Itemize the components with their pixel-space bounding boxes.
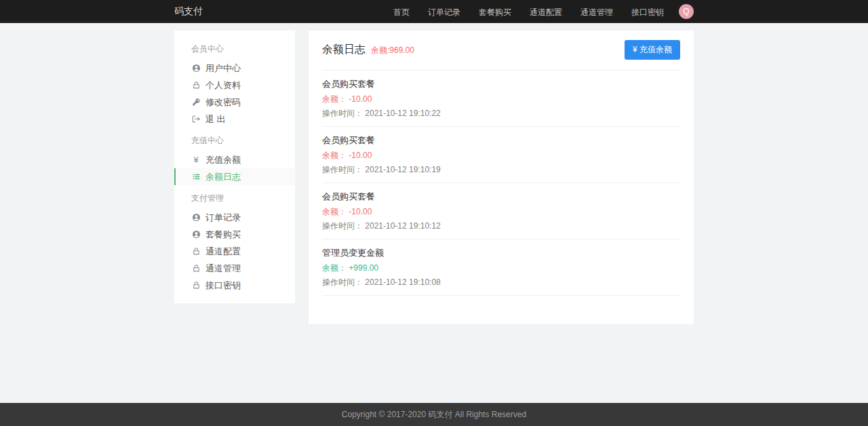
user-circle-icon	[191, 230, 201, 239]
sidebar-item-label: 个人资料	[205, 80, 241, 90]
recharge-balance-button[interactable]: ¥ 充值余额	[625, 40, 680, 60]
sidebar-item-label: 充值余额	[205, 155, 241, 165]
sidebar-item-balance-log[interactable]: 余额日志	[174, 168, 295, 185]
nav-item-package-purchase[interactable]: 套餐购买	[479, 7, 511, 17]
nav-item-channel-management[interactable]: 通道管理	[580, 7, 613, 17]
sidebar-item-change-password[interactable]: 修改密码	[174, 94, 295, 111]
sidebar: 会员中心用户中心个人资料修改密码退 出充值中心¥充值余额余额日志支付管理订单记录…	[174, 31, 295, 303]
sidebar-item-label: 用户中心	[205, 63, 241, 73]
sidebar-item-profile[interactable]: 个人资料	[174, 77, 295, 94]
navbar-inner: 码支付 首页订单记录套餐购买通道配置通道管理接口密钥 Q	[174, 4, 694, 19]
nav-links: 首页订单记录套餐购买通道配置通道管理接口密钥	[375, 5, 664, 18]
sidebar-item-label: 通道管理	[205, 263, 241, 273]
sidebar-section-title: 会员中心	[174, 36, 295, 60]
user-circle-icon	[191, 213, 201, 222]
main-header: 余额日志 余额:969.00 ¥ 充值余额	[322, 31, 680, 71]
sidebar-item-logout[interactable]: 退 出	[174, 111, 295, 128]
page-title: 余额日志 余额:969.00	[322, 43, 414, 57]
sidebar-item-label: 套餐购买	[205, 229, 241, 239]
entry-time: 操作时间： 2021-10-12 19:10:08	[322, 277, 680, 287]
sidebar-section-title: 充值中心	[174, 128, 295, 151]
page-container: 会员中心用户中心个人资料修改密码退 出充值中心¥充值余额余额日志支付管理订单记录…	[174, 31, 694, 324]
sidebar-section-title: 支付管理	[174, 185, 295, 209]
user-circle-icon	[191, 64, 201, 73]
sidebar-item-label: 余额日志	[205, 172, 241, 182]
yen-icon: ¥	[191, 155, 201, 165]
entry-title: 会员购买套餐	[322, 79, 680, 89]
entry-amount: 余额： -10.00	[322, 207, 680, 216]
entry-amount: 余额： -10.00	[322, 151, 680, 160]
nav-menu: 首页订单记录套餐购买通道配置通道管理接口密钥 Q	[375, 4, 694, 19]
footer: Copyright © 2017-2020 码支付 All Rights Res…	[0, 403, 868, 426]
sidebar-item-package-purchase[interactable]: 套餐购买	[174, 226, 295, 243]
sidebar-item-user-center[interactable]: 用户中心	[174, 60, 295, 77]
entry-amount: 余额： +999.00	[322, 263, 680, 273]
entry-time: 操作时间： 2021-10-12 19:10:19	[322, 165, 680, 174]
balance-log-list: 会员购买套餐余额： -10.00操作时间： 2021-10-12 19:10:2…	[322, 71, 680, 296]
nav-item-api-key[interactable]: 接口密钥	[631, 7, 664, 17]
nav-item-channel-config[interactable]: 通道配置	[530, 7, 562, 17]
sidebar-item-label: 退 出	[205, 114, 226, 124]
top-navbar: 码支付 首页订单记录套餐购买通道配置通道管理接口密钥 Q	[0, 0, 868, 23]
balance-log-entry: 管理员变更金额余额： +999.00操作时间： 2021-10-12 19:10…	[322, 239, 680, 296]
sidebar-item-label: 通道配置	[205, 246, 241, 256]
nav-item-order-records[interactable]: 订单记录	[428, 7, 460, 17]
sidebar-item-channel-config[interactable]: 通道配置	[174, 243, 295, 260]
balance-log-entry: 会员购买套餐余额： -10.00操作时间： 2021-10-12 19:10:1…	[322, 183, 680, 239]
entry-time: 操作时间： 2021-10-12 19:10:12	[322, 221, 680, 231]
entry-title: 管理员变更金额	[322, 248, 680, 258]
balance-amount: 余额:969.00	[371, 45, 414, 56]
sidebar-item-recharge-balance[interactable]: ¥充值余额	[174, 151, 295, 168]
balance-log-entry: 会员购买套餐余额： -10.00操作时间： 2021-10-12 19:10:1…	[322, 127, 680, 183]
sidebar-item-channel-management[interactable]: 通道管理	[174, 260, 295, 277]
lock-icon	[191, 81, 201, 90]
copyright-text: Copyright © 2017-2020 码支付 All Rights Res…	[342, 409, 526, 421]
list-icon	[191, 172, 201, 182]
brand-logo[interactable]: 码支付	[174, 5, 203, 18]
sidebar-item-order-records[interactable]: 订单记录	[174, 209, 295, 226]
logout-icon	[191, 115, 201, 124]
balance-log-entry: 会员购买套餐余额： -10.00操作时间： 2021-10-12 19:10:2…	[322, 71, 680, 127]
lock-icon	[191, 247, 201, 256]
lock-icon	[191, 281, 201, 290]
page-title-text: 余额日志	[322, 43, 366, 57]
entry-title: 会员购买套餐	[322, 135, 680, 145]
nav-item-home[interactable]: 首页	[393, 7, 410, 17]
lock-icon	[191, 264, 201, 273]
sidebar-item-label: 订单记录	[205, 212, 241, 222]
sidebar-item-label: 接口密钥	[205, 280, 241, 290]
sidebar-item-api-key[interactable]: 接口密钥	[174, 277, 295, 294]
key-icon	[191, 98, 201, 107]
main-panel: 余额日志 余额:969.00 ¥ 充值余额 会员购买套餐余额： -10.00操作…	[309, 31, 694, 324]
user-avatar[interactable]: Q	[679, 4, 694, 19]
sidebar-item-label: 修改密码	[205, 97, 241, 107]
entry-amount: 余额： -10.00	[322, 94, 680, 104]
content-area: 会员中心用户中心个人资料修改密码退 出充值中心¥充值余额余额日志支付管理订单记录…	[0, 23, 868, 403]
entry-title: 会员购买套餐	[322, 191, 680, 201]
entry-time: 操作时间： 2021-10-12 19:10:22	[322, 109, 680, 118]
